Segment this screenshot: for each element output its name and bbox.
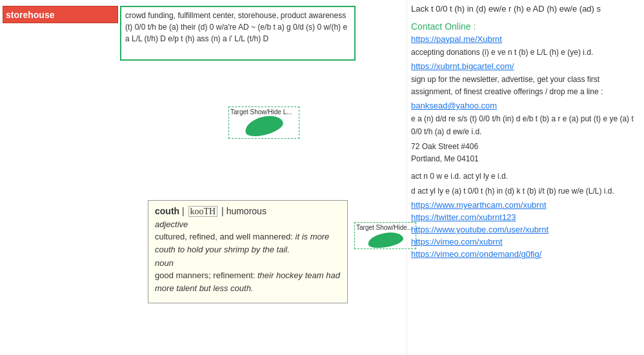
paypal-link[interactable]: https://paypal.me/Xubrnt <box>411 34 640 44</box>
dict-header: couth | kooTH | humorous <box>155 206 341 217</box>
green-text-content: crowd funding, fulfillment center, store… <box>125 11 347 43</box>
newsletter-text: sign up for the newsletter, advertise, g… <box>411 74 640 98</box>
dictionary-box: couth | kooTH | humorous adjective cultu… <box>148 200 348 303</box>
green-leaf-top <box>243 112 285 140</box>
address-line1: 72 Oak Street #406 <box>411 142 478 151</box>
green-leaf-bottom <box>367 230 404 250</box>
link1[interactable]: https://www.myearthcam.com/xubrnt <box>411 200 640 210</box>
bigcartel-link[interactable]: https://xubrnt.bigcartel.com/ <box>411 61 640 71</box>
dict-noun-section: noun good manners; refinement: their hoc… <box>155 258 341 294</box>
storehouse-input[interactable] <box>3 6 118 23</box>
address-block: 72 Oak Street #406 Portland, Me 04101 <box>411 141 640 165</box>
act-text1: act n 0 w e i.d. act yl ly e i.d. <box>411 170 640 183</box>
dict-separator2: | <box>221 206 226 216</box>
contact-header: Contact Online : <box>411 21 640 32</box>
green-text-box: crowd funding, fulfillment center, store… <box>120 6 356 61</box>
link4[interactable]: https://vimeo.com/xubrnt <box>411 237 640 247</box>
link5[interactable]: https://vimeo.com/ondemand/g0fig/ <box>411 249 640 259</box>
dict-def1: cultured, refined, and well mannered: it… <box>155 230 341 256</box>
dict-word: couth <box>155 206 179 216</box>
accepting-text: accepting donations (i) e ve n t (b) e L… <box>411 46 640 59</box>
link2[interactable]: https://twitter.com/xubrnt123 <box>411 212 640 222</box>
target-show-hide-top-label: Target Show/Hide L... <box>229 108 299 116</box>
target-show-hide-top[interactable]: Target Show/Hide L... <box>228 107 299 139</box>
link3[interactable]: https://www.youtube.com/user/xubrnt <box>411 225 640 234</box>
dict-separator1: | <box>182 206 187 216</box>
right-panel: Lack t 0/0 t (h) in (d) ew/e r (h) e AD … <box>407 0 644 355</box>
body-text2: e a (n) d/d re s/s (t) 0/0 t/h (in) d e/… <box>411 113 640 137</box>
dict-pos2: noun <box>155 258 341 268</box>
address-line2: Portland, Me 04101 <box>411 154 479 163</box>
dict-type: humorous <box>226 206 267 216</box>
act-text2: d act yl ly e (a) t 0/0 t (h) in (d) k t… <box>411 185 640 198</box>
left-panel: crowd funding, fulfillment center, store… <box>0 0 400 355</box>
dict-phonetic: kooTH <box>188 206 218 217</box>
dict-def2-text: good manners; refinement: <box>155 270 255 280</box>
dict-pos1: adjective <box>155 219 341 229</box>
dict-def1-text: cultured, refined, and well mannered: <box>155 232 293 241</box>
intro-text: Lack t 0/0 t (h) in (d) ew/e r (h) e AD … <box>411 3 640 16</box>
email-link[interactable]: banksead@yahoo.com <box>411 101 640 110</box>
dict-def2: good manners; refinement: their hockey t… <box>155 269 341 294</box>
